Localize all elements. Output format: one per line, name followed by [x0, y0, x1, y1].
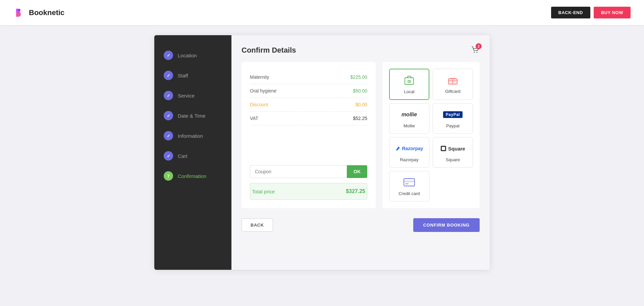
- sidebar-label-cart: Cart: [178, 153, 187, 159]
- price-line-discount: Discount $0.00: [250, 98, 367, 112]
- razorpay-icon: Razorpay: [395, 142, 423, 155]
- giftcard-label: Giftcard: [445, 89, 461, 94]
- svg-rect-9: [442, 147, 445, 150]
- total-value: $327.25: [346, 188, 365, 194]
- total-row: Total price $327.25: [250, 183, 367, 200]
- svg-rect-11: [404, 181, 415, 182]
- payment-square[interactable]: Square Square: [433, 137, 473, 168]
- mollie-label: Mollie: [404, 123, 415, 128]
- sidebar-label-staff: Staff: [178, 73, 188, 78]
- payment-local[interactable]: Local: [389, 69, 429, 100]
- total-label: Total price: [252, 189, 275, 194]
- step-circle-location: ✓: [164, 51, 173, 60]
- coupon-button[interactable]: OK: [347, 165, 367, 178]
- sidebar-item-confirmation[interactable]: 7Confirmation: [154, 166, 231, 186]
- price-value: $225.00: [350, 74, 367, 80]
- step-circle-confirmation: 7: [164, 171, 173, 181]
- backend-button[interactable]: BACK-END: [551, 7, 590, 18]
- price-label: Discount: [250, 102, 268, 107]
- svg-rect-12: [405, 183, 409, 184]
- payment-creditcard[interactable]: Credit card: [389, 171, 429, 201]
- sidebar-label-datetime: Date & Time: [178, 113, 206, 119]
- sidebar-item-datetime[interactable]: ✓Date & Time: [154, 106, 231, 126]
- confirm-booking-button[interactable]: CONFIRM BOOKING: [413, 218, 480, 232]
- svg-point-1: [474, 52, 475, 53]
- razorpay-label: Razorpay: [400, 157, 419, 162]
- price-value: $0.00: [356, 102, 367, 107]
- page-title: Confirm Details: [241, 46, 296, 55]
- square-label: Square: [446, 157, 460, 162]
- cart-icon-wrap[interactable]: 2: [471, 45, 480, 55]
- payment-paypal[interactable]: PayPal Paypal: [433, 103, 473, 134]
- payment-mollie[interactable]: mollie Mollie: [389, 103, 429, 134]
- content: Confirm Details 2 Maternity $225.00 Ora: [231, 35, 490, 270]
- pricing-panel: Maternity $225.00 Oral hygiene $50.00 Di…: [241, 62, 376, 208]
- step-circle-information: ✓: [164, 131, 173, 140]
- payment-razorpay[interactable]: Razorpay Razorpay: [389, 137, 429, 168]
- sidebar-label-information: Information: [178, 133, 203, 139]
- mollie-icon: mollie: [401, 109, 417, 121]
- header: Booknetic BACK-END BUY NOW: [0, 0, 644, 25]
- sidebar-item-staff[interactable]: ✓Staff: [154, 65, 231, 85]
- cart-badge: 2: [476, 43, 482, 49]
- coupon-row: OK: [250, 165, 367, 178]
- step-circle-cart: ✓: [164, 151, 173, 161]
- step-circle-service: ✓: [164, 91, 173, 100]
- price-line-oral: Oral hygiene $50.00: [250, 84, 367, 98]
- price-line-vat: VAT $52.25: [250, 112, 367, 125]
- sidebar-label-location: Location: [178, 53, 197, 58]
- details-row: Maternity $225.00 Oral hygiene $50.00 Di…: [241, 62, 480, 208]
- price-line-maternity: Maternity $225.00: [250, 70, 367, 84]
- main-container: ✓Location✓Staff✓Service✓Date & Time✓Info…: [154, 35, 490, 270]
- creditcard-label: Credit card: [398, 191, 420, 196]
- confirm-header: Confirm Details 2: [241, 45, 480, 55]
- sidebar-item-service[interactable]: ✓Service: [154, 85, 231, 106]
- sidebar-label-service: Service: [178, 93, 195, 99]
- logo-area: Booknetic: [13, 7, 64, 19]
- svg-point-2: [477, 52, 478, 53]
- logo-icon: [13, 7, 25, 19]
- giftcard-icon: [447, 74, 458, 86]
- logo-text: Booknetic: [29, 8, 64, 17]
- payment-panel: Local Giftcard: [382, 62, 480, 208]
- coupon-input[interactable]: [250, 165, 347, 178]
- paypal-icon: PayPal: [443, 109, 463, 121]
- square-icon: Square: [440, 142, 465, 155]
- back-button[interactable]: BACK: [241, 219, 273, 232]
- bottom-bar: BACK CONFIRM BOOKING: [241, 215, 480, 235]
- payment-giftcard[interactable]: Giftcard: [433, 69, 473, 100]
- price-label: Maternity: [250, 74, 269, 80]
- header-buttons: BACK-END BUY NOW: [551, 7, 631, 18]
- price-label: Oral hygiene: [250, 88, 276, 94]
- sidebar: ✓Location✓Staff✓Service✓Date & Time✓Info…: [154, 35, 231, 270]
- step-circle-staff: ✓: [164, 71, 173, 80]
- buynow-button[interactable]: BUY NOW: [594, 7, 631, 18]
- sidebar-item-information[interactable]: ✓Information: [154, 126, 231, 146]
- sidebar-label-confirmation: Confirmation: [178, 173, 206, 179]
- price-value: $50.00: [353, 88, 367, 94]
- local-label: Local: [404, 89, 414, 94]
- sidebar-item-cart[interactable]: ✓Cart: [154, 146, 231, 166]
- price-label: VAT: [250, 116, 258, 121]
- price-value: $52.25: [353, 116, 367, 121]
- local-icon: [404, 74, 415, 86]
- sidebar-item-location[interactable]: ✓Location: [154, 45, 231, 65]
- step-circle-datetime: ✓: [164, 111, 173, 120]
- creditcard-icon: [404, 176, 415, 188]
- paypal-label: Paypal: [446, 123, 460, 128]
